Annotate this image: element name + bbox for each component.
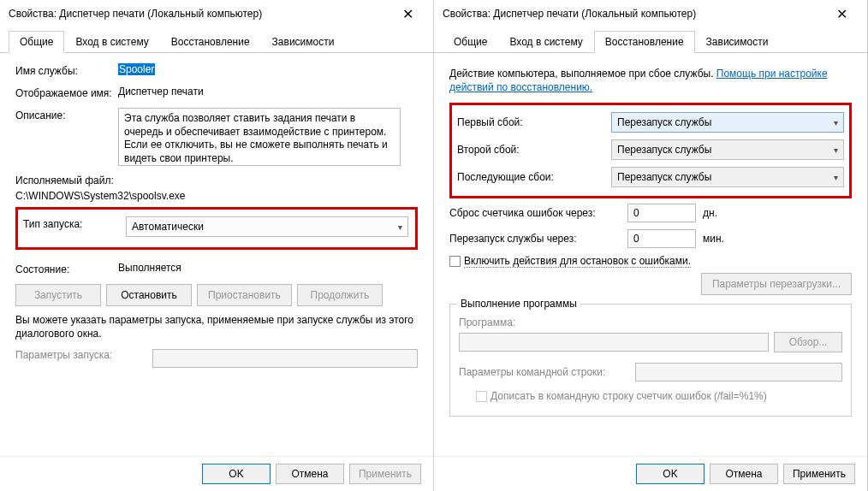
resume-button: Продолжить (297, 284, 383, 306)
tab-content-general: Имя службы: Spooler Отображаемое имя: Ди… (0, 53, 433, 456)
window-title: Свойства: Диспетчер печати (Локальный ко… (9, 8, 390, 20)
program-path-input (459, 333, 769, 352)
recovery-intro: Действие компьютера, выполняемое при сбо… (449, 67, 852, 94)
description-label: Описание: (15, 108, 118, 121)
window-title: Свойства: Диспетчер печати (Локальный ко… (443, 8, 824, 20)
restart-after-unit: мин. (703, 233, 724, 245)
second-failure-label: Второй сбой: (457, 144, 611, 156)
subsequent-failures-value: Перезапуск службы (617, 171, 711, 183)
start-params-hint: Вы можете указать параметры запуска, при… (15, 313, 418, 340)
tab-bar: Общие Вход в систему Восстановление Зави… (0, 27, 433, 53)
second-failure-select[interactable]: Перезапуск службы ▾ (611, 139, 844, 160)
ok-button[interactable]: OK (202, 464, 271, 484)
display-name-value: Диспетчер печати (118, 86, 418, 98)
status-value: Выполняется (118, 262, 418, 274)
tab-dependencies[interactable]: Зависимости (261, 31, 346, 52)
exe-label: Исполняемый файл: (15, 175, 418, 186)
browse-button: Обзор... (774, 332, 842, 352)
start-params-input (152, 349, 418, 368)
tab-logon[interactable]: Вход в систему (64, 31, 159, 52)
append-fail-label: Дописать в командную строку счетчик ошиб… (490, 390, 767, 402)
run-program-group-title: Выполнение программы (457, 298, 580, 310)
cancel-button[interactable]: Отмена (710, 464, 778, 484)
first-failure-value: Перезапуск службы (617, 116, 711, 128)
tab-logon[interactable]: Вход в систему (498, 31, 593, 52)
stop-button[interactable]: Остановить (106, 284, 192, 306)
cmd-params-label: Параметры командной строки: (459, 366, 630, 378)
program-label: Программа: (459, 316, 842, 328)
service-control-buttons: Запустить Остановить Приостановить Продо… (15, 284, 418, 306)
properties-dialog-recovery: Свойства: Диспетчер печати (Локальный ко… (434, 0, 868, 491)
tab-dependencies[interactable]: Зависимости (695, 31, 780, 52)
startup-type-select[interactable]: Автоматически ▾ (126, 216, 408, 237)
first-failure-select[interactable]: Перезапуск службы ▾ (611, 112, 844, 133)
service-name-value[interactable]: Spooler (118, 63, 155, 75)
tab-recovery[interactable]: Восстановление (594, 31, 695, 53)
close-icon[interactable]: ✕ (824, 6, 859, 22)
pause-button: Приостановить (197, 284, 292, 306)
service-name-label: Имя службы: (15, 63, 118, 77)
restart-after-label: Перезапуск службы через: (449, 233, 621, 245)
start-button: Запустить (15, 284, 101, 306)
second-failure-value: Перезапуск службы (617, 144, 711, 156)
tab-content-recovery: Действие компьютера, выполняемое при сбо… (434, 53, 867, 456)
subsequent-failures-select[interactable]: Перезапуск службы ▾ (611, 167, 844, 187)
titlebar: Свойства: Диспетчер печати (Локальный ко… (434, 0, 867, 27)
dialog-footer: OK Отмена Применить (434, 456, 867, 491)
exe-path: C:\WINDOWS\System32\spoolsv.exe (15, 190, 418, 202)
run-program-group: Выполнение программы Программа: Обзор...… (449, 304, 852, 417)
titlebar: Свойства: Диспетчер печати (Локальный ко… (0, 0, 433, 27)
chevron-down-icon: ▾ (398, 222, 402, 232)
properties-dialog-general: Свойства: Диспетчер печати (Локальный ко… (0, 0, 434, 491)
dialog-footer: OK Отмена Применить (0, 456, 433, 491)
enable-actions-label[interactable]: Включить действия для остановок с ошибка… (464, 255, 691, 268)
tab-bar: Общие Вход в систему Восстановление Зави… (434, 27, 867, 53)
start-params-label: Параметры запуска: (15, 349, 152, 361)
chevron-down-icon: ▾ (834, 145, 838, 155)
first-failure-label: Первый сбой: (457, 116, 611, 128)
startup-type-value: Автоматически (132, 221, 204, 233)
apply-button[interactable]: Применить (783, 464, 855, 484)
tab-general[interactable]: Общие (9, 31, 64, 53)
apply-button: Применить (349, 464, 421, 484)
reset-counter-unit: дн. (703, 207, 717, 219)
description-textarea[interactable]: Эта служба позволяет ставить задания печ… (118, 108, 401, 166)
enable-actions-checkbox[interactable] (449, 256, 461, 267)
startup-type-highlight: Тип запуска: Автоматически ▾ (15, 207, 418, 250)
chevron-down-icon: ▾ (834, 173, 838, 182)
restart-after-input[interactable] (627, 229, 696, 248)
close-icon[interactable]: ✕ (390, 6, 425, 22)
status-label: Состояние: (15, 262, 118, 275)
chevron-down-icon: ▾ (834, 118, 838, 127)
reset-counter-label: Сброс счетчика ошибок через: (449, 207, 621, 219)
startup-type-label: Тип запуска: (23, 216, 126, 230)
ok-button[interactable]: OK (636, 464, 705, 484)
restart-options-button: Параметры перезагрузки... (701, 273, 852, 295)
failure-actions-highlight: Первый сбой: Перезапуск службы ▾ Второй … (449, 103, 852, 198)
display-name-label: Отображаемое имя: (15, 86, 118, 99)
reset-counter-input[interactable] (627, 204, 696, 222)
append-fail-checkbox (476, 391, 487, 402)
tab-recovery[interactable]: Восстановление (160, 31, 261, 52)
subsequent-failures-label: Последующие сбои: (457, 171, 611, 183)
cancel-button[interactable]: Отмена (276, 464, 344, 484)
tab-general[interactable]: Общие (443, 31, 498, 52)
cmd-params-input (635, 363, 842, 382)
